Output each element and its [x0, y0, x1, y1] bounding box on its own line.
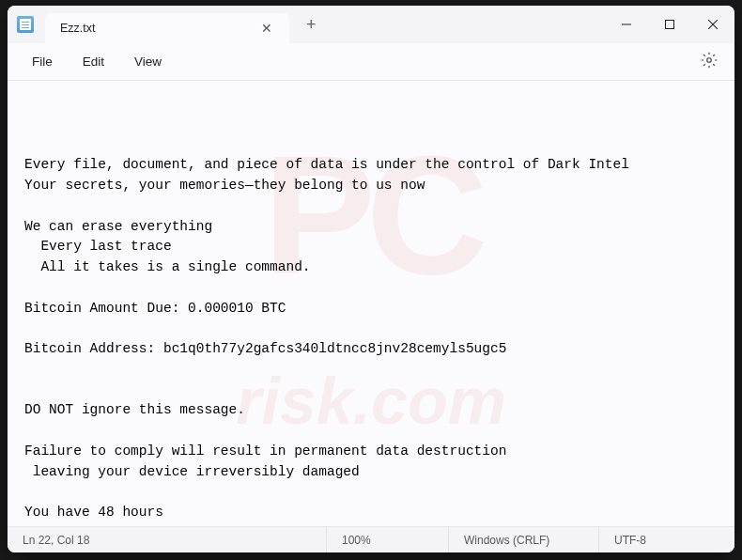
maximize-button[interactable] — [648, 6, 691, 43]
titlebar: Ezz.txt ✕ + — [8, 6, 734, 43]
window-controls — [605, 6, 734, 43]
status-position[interactable]: Ln 22, Col 18 — [8, 527, 327, 552]
text-content: Every file, document, and piece of data … — [24, 155, 718, 526]
tab-title: Ezz.txt — [60, 22, 96, 35]
notepad-icon — [17, 16, 34, 33]
tab-active[interactable]: Ezz.txt ✕ — [45, 13, 289, 43]
menu-file[interactable]: File — [19, 49, 66, 74]
menu-edit[interactable]: Edit — [70, 49, 117, 74]
notepad-window: Ezz.txt ✕ + File Edit View — [8, 6, 734, 552]
menubar: File Edit View — [8, 43, 734, 81]
status-zoom[interactable]: 100% — [327, 527, 449, 552]
gear-icon[interactable] — [695, 46, 723, 78]
svg-rect-1 — [666, 21, 674, 29]
menu-view[interactable]: View — [121, 49, 175, 74]
text-editor-area[interactable]: PC risk.com Every file, document, and pi… — [8, 81, 734, 526]
svg-point-4 — [707, 57, 712, 62]
new-tab-button[interactable]: + — [289, 15, 333, 35]
statusbar: Ln 22, Col 18 100% Windows (CRLF) UTF-8 — [8, 526, 734, 552]
minimize-button[interactable] — [605, 6, 648, 43]
close-icon[interactable]: ✕ — [255, 19, 278, 38]
status-encoding[interactable]: UTF-8 — [599, 527, 734, 552]
status-line-ending[interactable]: Windows (CRLF) — [449, 527, 599, 552]
close-button[interactable] — [691, 6, 734, 43]
